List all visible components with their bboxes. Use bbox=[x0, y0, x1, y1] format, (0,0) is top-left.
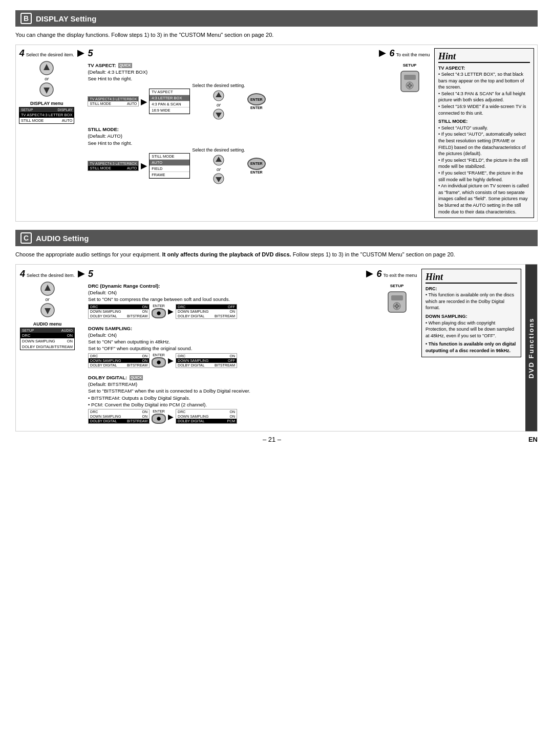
enter-label-2: ENTER bbox=[250, 170, 263, 174]
or-label-c: or bbox=[46, 297, 50, 302]
down-table-row3-before: DOLBY DIGITALBITSTREAM bbox=[89, 363, 149, 368]
hint-content-c: Hint DRC: • This function is available o… bbox=[421, 269, 521, 357]
svg-rect-24 bbox=[391, 295, 403, 300]
section-b-title: DISPLAY Setting bbox=[36, 14, 96, 23]
down-enter-label: ENTER bbox=[153, 353, 165, 357]
section-c-letter: C bbox=[20, 232, 32, 244]
drc-table-row2-before: DOWN SAMPLINGON bbox=[89, 309, 149, 314]
arrow-5-to-6-c: ▶ bbox=[366, 269, 373, 278]
down-arrow-small-2-icon bbox=[213, 173, 224, 184]
down-sampling-desc: DOWN SAMPLING: (Default: ON) Set to "ON"… bbox=[88, 325, 363, 352]
section-c-title: AUDIO Setting bbox=[36, 234, 89, 243]
dolby-table-row2-after: DOWN SAMPLINGON bbox=[176, 414, 237, 419]
page-content: B DISPLAY Setting You can change the dis… bbox=[15, 10, 538, 443]
display-menu-mockup: DISPLAY menu SETUP DISPLAY TV ASPECT 4:3… bbox=[19, 101, 74, 124]
display-menu-title: DISPLAY menu bbox=[19, 101, 74, 106]
still-opt-frame: FRAME bbox=[150, 172, 189, 178]
down-enter-block: ENTER ⬤ bbox=[152, 353, 166, 368]
dolby-desc2: • BITSTREAM: Outputs a Dolby Digital Sig… bbox=[88, 395, 190, 401]
drc-enter-block: ENTER ⬤ bbox=[152, 304, 166, 318]
down-table-row2-before: DOWN SAMPLINGON bbox=[89, 358, 149, 363]
or-label-b3: or bbox=[217, 167, 221, 172]
section-c: C AUDIO Setting Choose the appropriate a… bbox=[15, 230, 538, 431]
enter-button-down[interactable]: ⬤ bbox=[152, 357, 166, 368]
dolby-desc3: • PCM: Convert the Dolby Digital into PC… bbox=[88, 402, 207, 407]
step4-number: 4 bbox=[19, 48, 25, 59]
still-mode-menu-before: TV ASPECT 4:3 LETTERBOX STILL MODE AUTO bbox=[88, 161, 139, 171]
hint-tv-3: • Select "16:9 WIDE" if a wide-screen TV… bbox=[438, 103, 530, 116]
setup-device-icon-c bbox=[383, 289, 411, 315]
hint-still-title: STILL MODE: bbox=[438, 118, 530, 125]
tv-aspect-arrow: ▶ bbox=[141, 97, 147, 106]
display-menu-header-left: SETUP bbox=[21, 108, 33, 112]
tv-aspect-hint: See Hint to the right. bbox=[88, 76, 132, 81]
still-mode-menu-row: STILL MODE AUTO bbox=[88, 166, 138, 170]
dolby-default: (Default: BITSTREAM) bbox=[88, 381, 137, 387]
still-mode-menu-before-header: TV ASPECT 4:3 LETTERBOX bbox=[88, 161, 138, 166]
down-sampling-flow: DRCON DOWN SAMPLINGON DOLBY DIGITALBITST… bbox=[88, 353, 363, 368]
down-table-row1-before: DRCON bbox=[89, 354, 149, 358]
dolby-desc1: Set to "BITSTREAM" when the unit is conn… bbox=[88, 388, 250, 394]
tv-aspect-menu-before-header: TV ASPECT 4:3 LETTERBOX bbox=[88, 97, 138, 101]
audio-menu-title: AUDIO menu bbox=[20, 321, 75, 327]
drc-flow: DRCON DOWN SAMPLINGON DOLBY DIGITALBITST… bbox=[88, 304, 363, 319]
down-sampling-step: DOWN SAMPLING: (Default: ON) Set to "ON"… bbox=[88, 325, 363, 368]
down-sampling-desc1: Set to "ON" when outputting in 48kHz. bbox=[88, 339, 170, 344]
tv-aspect-select-block: Select the desired setting. or bbox=[192, 83, 245, 120]
still-mode-options-block: STILL MODE AUTO FIELD FRAME bbox=[149, 153, 190, 179]
tv-opt-header: TV ASPECT bbox=[150, 89, 189, 95]
step6-number-c: 6 bbox=[376, 269, 381, 279]
section-b-diagram: 4 Select the desired item. or bbox=[15, 45, 538, 222]
dolby-table-after: DRCON DOWN SAMPLINGON DOLBY DIGITALPCM bbox=[176, 409, 237, 424]
hint-body-b: TV ASPECT: • Select "4:3 LETTER BOX", so… bbox=[438, 65, 530, 215]
hint-down-2-text: • This function is available only on dig… bbox=[426, 341, 516, 353]
step4-header-c: 4 Select the desired item. bbox=[20, 269, 75, 279]
display-menu-row2: STILL MODE AUTO bbox=[19, 118, 74, 123]
down-table-row3-after: DOLBY DIGITALBITSTREAM bbox=[176, 363, 237, 368]
hint-tv-aspect-title: TV ASPECT: bbox=[438, 65, 530, 72]
step5-number-c: 5 bbox=[88, 269, 93, 279]
drc-table-row3-after: DOLBY DIGITALBITSTREAM bbox=[176, 314, 237, 318]
enter-button-drc[interactable]: ⬤ bbox=[152, 308, 166, 318]
hint-box-b: Hint TV ASPECT: • Select "4:3 LETTER BOX… bbox=[434, 48, 534, 219]
still-mode-select-block: Select the desired setting. or bbox=[192, 147, 245, 184]
still-mode-default: (Default: AUTO) bbox=[88, 133, 122, 139]
hint-title-b: Hint bbox=[438, 51, 530, 63]
audio-menu-row2: DOWN SAMPLING ON bbox=[20, 338, 74, 344]
or-label-b2: or bbox=[217, 102, 221, 107]
still-opt-header: STILL MODE bbox=[150, 154, 189, 160]
tv-opt-4-3-letterbox: 4:3 LETTER BOX bbox=[150, 95, 189, 101]
audio-menu-row2-key: DOWN SAMPLING bbox=[22, 339, 55, 343]
dolby-label: DOLBY DIGITAL: bbox=[88, 375, 127, 380]
dolby-right-arrow: ▶ bbox=[168, 413, 174, 421]
enter-button-dolby[interactable]: ⬤ bbox=[152, 414, 166, 424]
up-arrow-c-icon bbox=[40, 282, 55, 296]
dolby-table-row2-before: DOWN SAMPLINGON bbox=[89, 414, 149, 419]
section-c-content: 4 Select the desired item. or bbox=[16, 265, 525, 431]
enter-button-2[interactable]: ENTER bbox=[247, 158, 266, 170]
hint-still-3: • If you select "FIELD", the picture in … bbox=[438, 157, 530, 170]
still-mode-hint: See Hint to the right. bbox=[88, 140, 132, 146]
audio-menu-header-right: AUDIO bbox=[61, 329, 73, 332]
svg-point-28 bbox=[394, 305, 396, 307]
down-arrow-small-icon bbox=[213, 109, 224, 120]
down-sampling-default: (Default: ON) bbox=[88, 332, 117, 338]
dolby-flow: DRCON DOWN SAMPLINGON DOLBY DIGITALBITST… bbox=[88, 409, 363, 424]
audio-menu-box: SETUP AUDIO DRC ON DOWN SAMPLING bbox=[20, 328, 75, 350]
dvd-functions-sidebar: DVD Functions bbox=[525, 265, 537, 431]
tv-aspect-label: TV ASPECT: bbox=[88, 62, 116, 68]
section-b-main-cols: 4 Select the desired item. or bbox=[19, 48, 534, 219]
down-right-arrow: ▶ bbox=[168, 356, 174, 364]
audio-menu-header-left: SETUP bbox=[22, 329, 34, 332]
dolby-enter-label: ENTER bbox=[153, 409, 165, 413]
up-arrow-small-2-icon bbox=[213, 155, 224, 166]
still-opt-auto: AUTO bbox=[150, 160, 189, 166]
step4-col: 4 Select the desired item. or bbox=[19, 48, 74, 124]
enter-button-1[interactable]: ENTER bbox=[247, 93, 266, 105]
drc-table-row3-before: DOLBY DIGITALBITSTREAM bbox=[89, 314, 149, 318]
still-opt-field: FIELD bbox=[150, 166, 189, 172]
drc-step: DRC (Dynamic Range Control): (Default: O… bbox=[88, 283, 363, 319]
display-menu-header-right: DISPLAY bbox=[57, 108, 72, 112]
dolby-table-row1-after: DRCON bbox=[176, 409, 237, 414]
drc-table-row1-before: DRCON bbox=[89, 305, 149, 309]
